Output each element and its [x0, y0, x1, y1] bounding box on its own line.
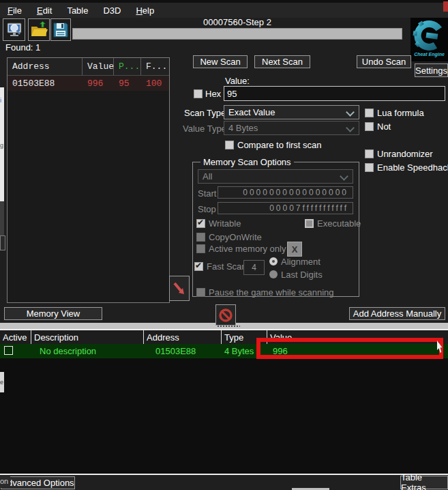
background-text: i [0, 97, 1, 104]
executable-label: Executable [317, 218, 361, 229]
pause-while-scanning-checkbox [196, 288, 205, 297]
col-active[interactable]: Active [0, 330, 31, 344]
red-arrow-down-right-icon [172, 280, 187, 297]
background-window-sliver: e [0, 372, 4, 392]
found-row-previous: 95 [114, 78, 141, 89]
found-col-value[interactable]: Value [83, 58, 114, 75]
stop-address-field: 00007fffffffffff [218, 202, 353, 214]
address-row-active-cell [0, 344, 31, 358]
found-list[interactable]: Address Value P... F... 01503E88 996 95 … [7, 57, 170, 303]
settings-button[interactable]: Settings [415, 63, 448, 77]
enable-speedhack-checkbox[interactable] [365, 163, 374, 172]
chevron-down-icon [340, 172, 348, 181]
fast-scan-label: Fast Scan [207, 261, 247, 272]
enable-speedhack-label: Enable Speedhack [377, 162, 448, 173]
save-button[interactable] [50, 18, 71, 41]
menu-file[interactable]: File [0, 5, 29, 16]
open-file-button[interactable] [28, 18, 50, 41]
writable-checkbox [196, 219, 205, 228]
cheat-engine-logo-icon [410, 18, 448, 53]
cheat-engine-caption: Cheat Engine [410, 52, 448, 57]
select-process-button[interactable] [3, 18, 25, 41]
open-file-icon [30, 21, 48, 39]
found-row-first: 100 [141, 78, 168, 89]
compare-first-scan-checkbox[interactable] [225, 141, 234, 149]
found-list-header: Address Value P... F... [8, 58, 169, 76]
clear-region-button[interactable]: X [287, 242, 302, 257]
found-col-previous[interactable]: P... [114, 58, 141, 75]
memory-scan-options-title: Memory Scan Options [200, 157, 294, 167]
new-scan-button[interactable]: New Scan [193, 55, 248, 68]
not-label: Not [377, 121, 391, 132]
scan-region-dropdown: All [198, 169, 353, 184]
address-row-address: 01503E88 [144, 346, 222, 356]
value-input[interactable] [224, 86, 445, 101]
background-text: on [0, 477, 8, 485]
menu-edit[interactable]: Edit [29, 5, 59, 16]
found-row-address: 01503E88 [8, 78, 83, 89]
fast-scan-checkbox [194, 262, 203, 271]
found-row[interactable]: 01503E88 996 95 100 [8, 76, 169, 91]
background-window-sliver [0, 235, 5, 250]
add-address-manually-button[interactable]: Add Address Manually [349, 307, 445, 320]
lua-formula-label: Lua formula [377, 108, 424, 118]
advanced-options-button[interactable]: Advanced Options [1, 476, 75, 489]
copyonwrite-checkbox [196, 233, 205, 242]
save-icon [53, 22, 69, 38]
chevron-down-icon [346, 124, 355, 132]
undo-scan-button[interactable]: Undo Scan [357, 55, 411, 68]
next-scan-button[interactable]: Next Scan [254, 55, 310, 68]
stop-button[interactable] [215, 304, 236, 326]
scan-type-dropdown[interactable]: Exact Value [224, 105, 359, 119]
pause-while-scanning-label: Pause the game while scanning [209, 287, 334, 298]
found-col-first[interactable]: F... [141, 58, 168, 75]
menu-d3d[interactable]: D3D [95, 5, 128, 16]
value-label: Value: [225, 76, 250, 86]
scan-type-value: Exact Value [228, 107, 275, 117]
unrandomizer-label: Unrandomizer [377, 149, 433, 159]
start-label: Start [198, 188, 216, 199]
alignment-radio [269, 257, 278, 265]
menu-help[interactable]: Help [128, 5, 162, 16]
add-selected-addresses-button[interactable] [169, 276, 190, 301]
found-col-address[interactable]: Address [8, 58, 83, 75]
unrandomizer-checkbox[interactable] [365, 149, 374, 158]
hex-checkbox[interactable] [194, 89, 203, 98]
start-address-field: 0000000000000000 [218, 186, 353, 199]
value-type-label: Value Type [183, 124, 222, 134]
table-extras-button[interactable]: Table Extras [400, 476, 448, 489]
chevron-down-icon [346, 108, 355, 117]
select-process-icon [5, 21, 23, 39]
compare-first-scan-label: Compare to first scan [237, 140, 322, 150]
executable-checkbox [305, 219, 314, 228]
scan-step-title: 00007560-Step 2 [72, 17, 402, 27]
fast-scan-alignment-input: 4 [243, 260, 265, 275]
col-description[interactable]: Description [31, 330, 144, 344]
col-address[interactable]: Address [144, 330, 222, 344]
cheat-engine-logo: Cheat Engine [410, 18, 448, 61]
footer-bar: Advanced Options Table Extras [0, 474, 448, 490]
menu-bar: File Edit Table D3D Help [0, 3, 448, 18]
address-row-description: No description [31, 346, 144, 356]
background-window-sliver: i g og [0, 87, 4, 201]
menu-table[interactable]: Table [59, 5, 95, 16]
not-checkbox[interactable] [365, 122, 374, 131]
stop-label: Stop [198, 204, 216, 214]
value-type-dropdown: 4 Bytes [224, 121, 359, 135]
hex-label: Hex [205, 89, 221, 99]
found-row-value: 996 [83, 78, 114, 89]
lua-formula-checkbox[interactable] [365, 109, 374, 117]
found-count-label: Found: 1 [5, 42, 40, 53]
background-close-button-sliver [443, 1, 448, 12]
scan-progress-bar [72, 28, 402, 40]
alignment-label: Alignment [281, 257, 320, 267]
memory-view-button[interactable]: Memory View [4, 307, 102, 320]
x-icon: X [292, 244, 298, 255]
active-checkbox[interactable] [4, 346, 13, 355]
writable-label: Writable [209, 218, 241, 229]
cheat-engine-window: File Edit Table D3D Help [0, 0, 448, 490]
scan-region-value: All [203, 171, 212, 182]
last-digits-radio [269, 270, 278, 278]
background-text: g [0, 142, 3, 149]
background-window-sliver: on [0, 476, 10, 488]
